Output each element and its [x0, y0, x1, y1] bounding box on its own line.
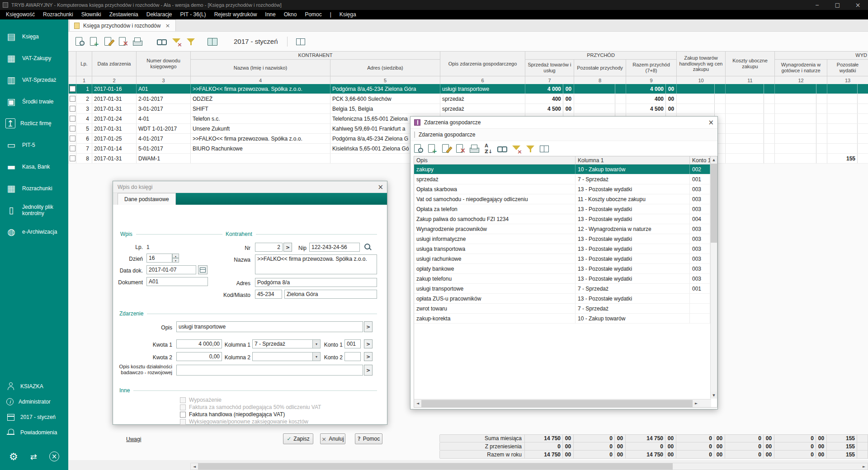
col-header-desc[interactable]: Opis zdarzenia gospodarczego — [440, 52, 525, 76]
col-header-date[interactable]: Data zdarzenia — [92, 52, 137, 76]
doc-edit-icon[interactable] — [103, 36, 114, 47]
sidebar-item[interactable]: PIT-5 — [0, 134, 68, 156]
dokument-input[interactable] — [146, 277, 208, 286]
col-header-c9[interactable]: Razem przychód (7+8) — [626, 60, 677, 76]
col-header-c11[interactable]: Koszty uboczne zakupu — [726, 52, 775, 76]
event-row[interactable]: zakup-korekta 10 - Zakup towarów — [414, 314, 710, 324]
col-header-c8[interactable]: Pozostałe przychody — [574, 60, 626, 76]
opis-kosztu-input[interactable] — [176, 365, 363, 376]
event-row[interactable]: Zakup paliwa do samochodu FZI 1234 13 - … — [414, 214, 710, 224]
menu-item[interactable]: | — [326, 10, 335, 19]
col-header-c12[interactable]: Wynagrodzenia w gotówce i naturze — [775, 60, 827, 76]
filter-clear-icon[interactable] — [170, 36, 182, 47]
sidebar-item[interactable]: Kasa, Bank — [0, 156, 68, 178]
konto1-more-button[interactable] — [364, 339, 373, 348]
filter-icon[interactable] — [185, 36, 197, 47]
col-header-konto[interactable]: Konto 1 — [690, 156, 710, 164]
nip-search-icon[interactable] — [363, 242, 373, 252]
menu-item[interactable]: Rozrachunki — [39, 10, 77, 19]
col-header-name[interactable]: Nazwa (Imię i nazwisko) — [191, 60, 330, 76]
opis-more-button[interactable] — [364, 321, 373, 332]
event-row[interactable]: usługi transportowe 7 - Sprzedaż 001 — [414, 284, 710, 294]
kod-input[interactable] — [255, 290, 282, 299]
doc-edit-icon[interactable] — [440, 143, 452, 155]
menu-item[interactable]: Deklaracje — [142, 10, 176, 19]
event-row[interactable]: opłaty bankowe 13 - Pozostałe wydatki 00… — [414, 264, 710, 274]
horizontal-scrollbar[interactable] — [190, 463, 868, 470]
scroll-right-icon[interactable] — [860, 463, 868, 470]
row-checkbox[interactable] — [70, 146, 75, 151]
spinner-down-icon[interactable] — [172, 258, 179, 263]
col-header-c10[interactable]: Zakup towarów handlowych wg cen zakupu — [677, 52, 726, 76]
vertical-scrollbar[interactable] — [710, 156, 717, 399]
exit-icon[interactable] — [49, 451, 59, 461]
konto1-input[interactable] — [344, 339, 361, 348]
col-header-doc[interactable]: Numer dowodu księgowego — [137, 52, 191, 76]
menu-item[interactable]: Okno — [280, 10, 301, 19]
zdarzenia-dialog-close-icon[interactable] — [704, 118, 717, 127]
print-icon[interactable] — [468, 143, 480, 155]
binoculars-icon[interactable] — [496, 143, 508, 155]
vscroll-thumb[interactable] — [711, 164, 717, 243]
konto2-input[interactable] — [344, 352, 361, 361]
sidebar-footer-item[interactable]: KSIAZKA — [0, 379, 68, 394]
nazwa-input[interactable]: >>FALKO<< firma przewozowa. Spółka z.o.o… — [255, 254, 377, 274]
calendar-icon[interactable] — [198, 265, 208, 274]
doc-new-icon[interactable] — [88, 36, 100, 47]
col-header-opis[interactable]: Opis — [414, 156, 576, 164]
chevron-down-icon[interactable] — [312, 352, 320, 361]
col-header-lp[interactable]: Lp. — [76, 52, 92, 76]
adres-input[interactable] — [255, 278, 377, 287]
dzien-spinner[interactable] — [172, 254, 179, 263]
menu-item[interactable]: Słowniki — [77, 10, 105, 19]
sidebar-item[interactable]: Środki trwałe — [0, 91, 68, 113]
row-checkbox[interactable] — [70, 86, 75, 92]
event-row[interactable]: zakupy 10 - Zakup towarów 002 — [414, 164, 710, 174]
kolumna1-select[interactable]: 7 - Sprzedaż — [252, 339, 321, 348]
table-layout-icon[interactable] — [295, 36, 307, 47]
row-checkbox[interactable] — [70, 126, 75, 132]
event-row[interactable]: zwrot towaru 7 - Sprzedaż — [414, 304, 710, 314]
sidebar-footer-item[interactable]: Powiadomienia — [0, 425, 68, 440]
table-row[interactable]: 2 2017-01-31 2-01-2017 ODZIEŻ PCK 3,66-6… — [69, 94, 868, 104]
uwagi-link[interactable]: Uwagi — [126, 436, 141, 442]
row-checkbox[interactable] — [70, 106, 75, 112]
filter-clear-icon[interactable] — [510, 143, 522, 155]
tab-dane-podstawowe[interactable]: Dane podstawowe — [118, 193, 176, 205]
columns-icon[interactable] — [538, 143, 550, 155]
col-header-c7[interactable]: Sprzedaż towarów i usług — [525, 60, 574, 76]
tab-ksiega[interactable]: Księga przychodów i rozchodów — [69, 19, 176, 31]
opis-input[interactable] — [176, 321, 363, 332]
sidebar-item[interactable]: Rozrachunki — [0, 178, 68, 199]
col-header-addr[interactable]: Adres (siedziba) — [330, 60, 440, 76]
minimize-icon[interactable] — [807, 0, 827, 10]
table-row[interactable]: 1 2017-01-16 A01 >>FALKO<< firma przewoz… — [69, 84, 868, 94]
kwota1-input[interactable] — [176, 339, 222, 348]
sidebar-footer-item[interactable]: 2017 - styczeń — [0, 409, 68, 425]
doc-search-icon[interactable] — [74, 36, 85, 47]
filter-icon[interactable] — [524, 143, 536, 155]
event-row[interactable]: usługi rachunkowe 13 - Pozostałe wydatki… — [414, 254, 710, 264]
event-row[interactable]: opłata ZUS-u pracowników 13 - Pozostałe … — [414, 294, 710, 304]
sidebar-footer-item[interactable]: Administrator — [0, 394, 68, 409]
doc-search-icon[interactable] — [412, 143, 424, 155]
tab-close-icon[interactable] — [164, 22, 171, 29]
col-header-c13[interactable]: Pozostałe wydatki — [827, 60, 868, 76]
event-row[interactable]: Vat od samochodu - niepodlegający odlicz… — [414, 194, 710, 204]
sidebar-item[interactable]: VAT-Zakupy — [0, 47, 68, 69]
zdarzenia-horizontal-scrollbar[interactable] — [414, 399, 711, 407]
scroll-down-icon[interactable] — [711, 392, 717, 399]
scroll-thumb[interactable] — [198, 463, 673, 470]
sidebar-item[interactable]: e-Archiwizacja — [0, 221, 68, 243]
nr-input[interactable] — [255, 243, 283, 252]
maximize-icon[interactable] — [827, 0, 848, 10]
event-row[interactable]: Opłata skarbowa 13 - Pozostałe wydatki 0… — [414, 184, 710, 194]
row-checkbox[interactable] — [70, 96, 75, 102]
event-row[interactable]: Opłata za telefon 13 - Pozostałe wydatki… — [414, 204, 710, 214]
book-open-icon[interactable] — [207, 36, 218, 47]
event-row[interactable]: Wynagrodzenie pracowników 12 - Wynagrodz… — [414, 224, 710, 234]
menu-item[interactable]: Pomoc — [301, 10, 326, 19]
pomoc-button[interactable]: Pomoc — [355, 433, 382, 444]
wpis-dialog-close-icon[interactable] — [374, 183, 387, 191]
col-header-kolumna[interactable]: Kolumna 1 — [576, 156, 690, 164]
